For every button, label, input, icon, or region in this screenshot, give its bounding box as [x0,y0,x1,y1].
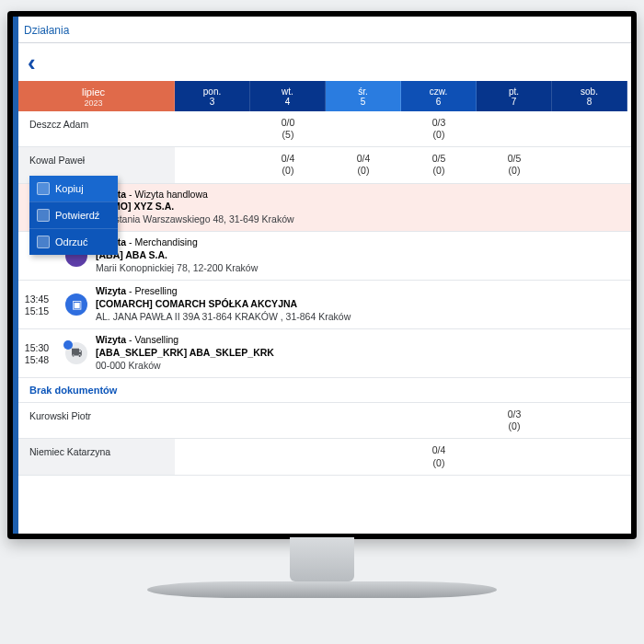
visit-client: [DEMO] XYZ S.A. [96,201,627,213]
employee-name[interactable]: Kurowski Piotr [13,403,175,438]
day-cell[interactable]: 0/5(0) [477,147,552,182]
day-cell[interactable] [175,111,250,146]
back-button[interactable]: ‹ [28,49,36,76]
visit-time: 13:4515:15 [13,281,61,328]
day-cell[interactable]: 0/3(0) [477,403,552,438]
day-cell[interactable]: 0/3(0) [401,111,477,146]
employee-row[interactable]: Kurowski Piotr0/3(0) [13,403,631,439]
employee-name[interactable]: Niemiec Katarzyna [13,439,175,474]
day-col-thu[interactable]: czw. 6 [401,81,477,111]
visit-client: [COMARCH] COMARCH SPÓŁKA AKCYJNA [96,298,627,311]
ctx-copy[interactable]: Kopiuj [29,176,118,201]
day-cell[interactable]: 0/5(0) [401,147,477,182]
ctx-confirm[interactable]: Potwierdź [29,201,118,228]
confirm-icon [37,209,50,222]
visit-address: AL. JANA PAWŁA II 39A 31-864 KRAKÓW , 31… [96,311,627,324]
day-cell[interactable] [477,439,552,474]
day-cell[interactable] [175,403,250,438]
day-col-wed[interactable]: śr. 5 [326,81,401,111]
day-cell[interactable] [175,439,250,474]
visit-type: Wizyta - Merchandising [96,236,627,249]
day-cell[interactable]: 0/4(0) [326,147,401,182]
employee-row[interactable]: Deszcz Adam0/0(5)0/3(0) [13,111,631,147]
copy-icon [37,182,50,195]
page-title: Działania [13,17,631,42]
employee-name[interactable]: Deszcz Adam [13,111,175,146]
day-cell[interactable] [175,147,250,182]
day-cell[interactable] [326,403,401,438]
day-cell[interactable] [552,439,627,474]
count-badge [63,340,73,350]
day-col-mon[interactable]: pon. 3 [175,81,250,111]
visit-row[interactable]: 15:3015:48⛟Wizyta - Vanselling[ABA_SKLEP… [13,329,631,378]
day-col-fri[interactable]: pt. 7 [477,81,552,111]
day-cell[interactable] [552,147,627,182]
month-cell[interactable]: lipiec 2023 [13,81,175,111]
visit-address: 00-000 Kraków [96,360,627,373]
day-cell[interactable] [250,439,326,474]
truck-icon: ⛟ [65,342,87,364]
day-col-sat[interactable]: sob. 8 [552,81,627,111]
visit-row[interactable]: 13:4515:15▣Wizyta - Preselling[COMARCH] … [13,281,631,329]
visit-client: [ABA_SKLEP_KRK] ABA_SKLEP_KRK [96,347,627,360]
day-cell[interactable]: 0/0(5) [250,111,326,146]
visit-type: Wizyta - Wizyta handlowa [96,189,627,201]
left-rail [13,17,18,534]
visit-time: 15:3015:48 [13,329,61,377]
day-cell[interactable] [477,111,552,146]
context-menu: Kopiuj Potwierdź Odrzuć [29,176,118,255]
day-cell[interactable] [401,403,477,438]
visit-address: Marii Konopnickiej 78, 12-200 Kraków [96,262,627,275]
day-cell[interactable] [326,439,401,474]
ctx-reject[interactable]: Odrzuć [29,228,118,255]
chart-icon: ▣ [65,293,87,316]
day-cell[interactable] [250,403,326,438]
day-cell[interactable] [326,111,401,146]
visit-type: Wizyta - Preselling [96,285,627,298]
day-cell[interactable]: 0/4(0) [250,147,326,182]
visit-address: Powstania Warszawskiego 48, 31-649 Krakó… [96,213,627,226]
reject-icon [37,236,50,248]
day-cell[interactable]: 0/4(0) [401,439,477,474]
calendar-header: lipiec 2023 pon. 3 wt. 4 śr. 5 czw. 6 pt… [13,81,631,111]
day-cell[interactable] [552,403,627,438]
visit-type: Wizyta - Vanselling [96,334,627,347]
visit-client: [ABA] ABA S.A. [96,249,627,262]
employee-row[interactable]: Niemiec Katarzyna0/4(0) [13,439,631,475]
no-documents-label: Brak dokumentów [13,378,631,403]
day-cell[interactable] [552,111,627,146]
day-col-tue[interactable]: wt. 4 [250,81,326,111]
